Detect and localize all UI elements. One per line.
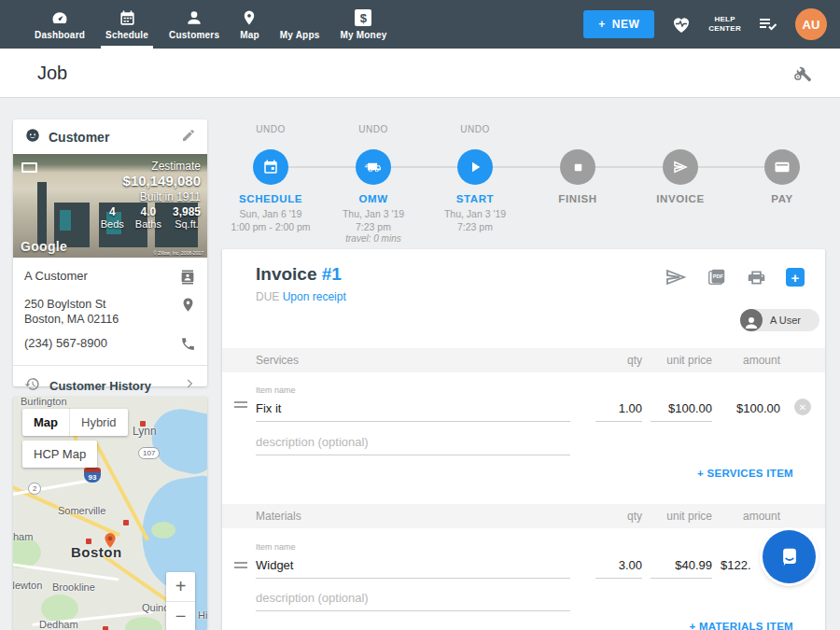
due-label: DUE [256,290,279,303]
due-value-link[interactable]: Upon receipt [283,290,346,303]
edit-pencil-icon[interactable] [181,128,196,147]
assignee-chip[interactable]: A User [740,309,819,331]
history-icon [24,376,40,396]
nav-right: + NEW HELP CENTER AU [583,0,840,49]
add-materials-item-link[interactable]: + MATERIALS ITEM [689,621,793,630]
baths-value: 4.0 [135,205,161,218]
help-center-line2: CENTER [708,24,741,34]
omw-truck-icon[interactable] [356,149,391,185]
pay-card-icon[interactable] [764,149,800,185]
app-window: Dashboard Schedule Customers Map [0,0,840,630]
location-pin-icon[interactable] [180,297,196,316]
invoice-send-icon[interactable] [663,149,698,185]
route-2-badge: 2 [28,483,41,495]
remove-service-item-button[interactable]: ✕ [794,399,811,415]
my-apps-icon [290,8,309,27]
add-invoice-button[interactable]: + [786,268,805,287]
schedule-step-icon[interactable] [253,149,288,185]
zoom-out-button[interactable]: − [166,602,195,630]
nav-item-my-money[interactable]: $ My Money [329,0,397,49]
map-park [125,617,162,630]
pdf-icon[interactable]: PDF [707,267,727,287]
nav-item-customers[interactable]: Customers [159,0,230,49]
material-item-description-field[interactable]: description (optional) [256,586,570,611]
interstate-93-shield: 93 [84,468,101,483]
map-marker [103,626,108,630]
timeline-step-pay: PAY [721,124,840,204]
nav-item-schedule[interactable]: Schedule [95,0,159,49]
map-label-dedham: Dedham [39,619,78,630]
customer-card: Customer Zestimate $10,149,080 Built in … [13,119,207,386]
nav-item-my-apps[interactable]: My Apps [270,0,330,49]
my-money-icon: $ [354,8,372,27]
material-item-name-field[interactable]: Widget [256,548,570,579]
add-services-item-link[interactable]: + SERVICES ITEM [697,468,793,479]
map-label-lynn: Lynn [133,425,157,438]
help-center-button[interactable]: HELP CENTER [708,15,741,34]
customer-face-icon [24,127,41,147]
customer-card-header: Customer [13,119,207,154]
phone-icon[interactable] [180,336,196,356]
nav-item-map[interactable]: Map [230,0,270,49]
photo-detail [37,182,47,247]
contact-card-icon[interactable] [179,269,196,289]
job-settings-wrench-icon[interactable] [791,63,812,87]
assignee-name: A User [770,315,801,326]
finish-stop-icon[interactable] [560,149,595,185]
drag-handle[interactable] [234,399,247,411]
nav-item-dashboard[interactable]: Dashboard [24,0,95,49]
invoice-title: Invoice #1 [256,264,342,285]
photo-attribution: © Zillow, Inc. 2006-2017 [153,250,203,256]
property-photo: Zestimate $10,149,080 Built in 1911 4Bed… [13,154,207,258]
service-item-name-field[interactable]: Fix it [256,391,570,422]
customer-history-label: Customer History [49,379,174,393]
material-item-qty-field[interactable]: 3.00 [595,548,642,579]
map-label-burlington: Burlington [21,397,67,407]
step-date: Thu, Jan 3 '197:23 pm [414,207,536,233]
step-label: PAY [721,193,840,204]
amount-column-header: amount [707,510,780,523]
start-play-icon[interactable] [457,149,493,185]
user-avatar[interactable]: AU [795,8,827,40]
zoom-in-button[interactable]: + [166,572,195,601]
invoice-number[interactable]: #1 [322,264,342,284]
sqft-label: Sq.ft. [173,218,201,230]
property-stats: 4Beds 4.0Baths 3,985Sq.ft. [101,205,201,230]
svg-text:PDF: PDF [713,273,724,279]
services-section-header: Services qty unit price amount [222,348,825,372]
map-type-hybrid-button[interactable]: Hybrid [69,409,128,436]
materials-section-header: Materials qty unit price amount [222,504,825,528]
new-button[interactable]: + NEW [583,10,654,38]
map-road [13,563,119,581]
health-heart-icon[interactable] [670,13,693,35]
route-107-badge: 107 [138,447,160,459]
built-year: Built in 1911 [140,190,201,203]
nav-label: Schedule [105,30,148,40]
page-title: Job [37,63,67,84]
beds-label: Beds [101,218,124,230]
service-item-description-field[interactable]: description (optional) [256,430,570,455]
map-park [151,522,175,539]
customer-phone-row: (234) 567-8900 [13,328,207,356]
new-button-label: NEW [612,18,640,31]
hcp-map-button[interactable]: HCP Map [22,441,97,468]
mini-map[interactable]: Burlington Lynn 107 2 93 Somerville ham … [13,397,207,630]
checklist-icon[interactable] [757,13,779,35]
map-type-map-button[interactable]: Map [22,409,69,436]
print-icon[interactable] [747,268,766,287]
map-water [146,403,207,477]
street-view-icon[interactable] [21,162,37,173]
send-invoice-icon[interactable] [665,266,687,288]
nav-label: Map [240,30,259,40]
invoice-due: DUE Upon receipt [256,290,346,303]
customer-address: 250 Boylston St Boston, MA 02116 [24,297,180,328]
google-watermark: Google [21,239,67,254]
sqft-value: 3,985 [173,205,201,218]
service-item-qty-field[interactable]: 1.00 [595,391,642,422]
chat-icon [776,543,804,571]
chat-messenger-button[interactable] [763,530,816,583]
top-nav: Dashboard Schedule Customers Map [0,0,840,49]
drag-handle[interactable] [234,559,247,571]
customers-icon [185,8,203,27]
dashboard-icon [50,8,69,27]
